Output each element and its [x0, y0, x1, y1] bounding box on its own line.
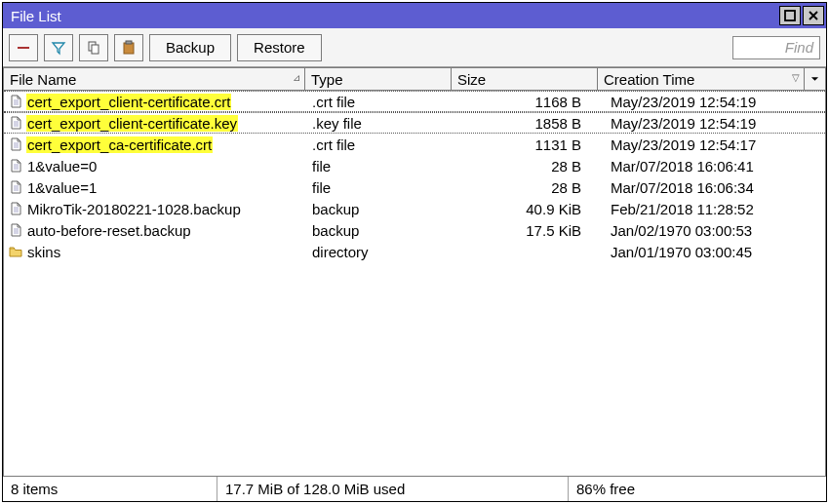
cell-type: file	[306, 179, 453, 196]
filename-text: MikroTik-20180221-1028.backup	[26, 201, 242, 217]
filename-text: cert_export_client-certificate.crt	[26, 94, 231, 110]
table-row[interactable]: auto-before-reset.backupbackup17.5 KiBJa…	[4, 219, 825, 241]
status-free: 86% free	[569, 477, 826, 501]
filename-text: cert_export_ca-certificate.crt	[26, 136, 213, 153]
svg-rect-3	[92, 45, 99, 54]
cell-creation-time: Mar/07/2018 16:06:41	[599, 158, 825, 174]
cell-type: .key file	[306, 115, 453, 132]
filename-text: 1&value=0	[26, 158, 98, 174]
table-row[interactable]: cert_export_ca-certificate.crt.crt file1…	[4, 134, 825, 155]
sort-desc-icon: ▽	[792, 72, 800, 83]
cell-type: .crt file	[306, 94, 453, 110]
cell-type: backup	[306, 222, 453, 239]
cell-creation-time: May/23/2019 12:54:17	[599, 136, 825, 153]
column-headers: File Name ⊿ Type Size Creation Time ▽	[3, 67, 826, 91]
cell-size: 17.5 KiB	[453, 222, 599, 239]
find-input[interactable]: Find	[732, 36, 820, 59]
cell-size: 1858 B	[453, 115, 599, 132]
filter-button[interactable]	[44, 34, 73, 61]
table-row[interactable]: MikroTik-20180221-1028.backupbackup40.9 …	[4, 198, 825, 219]
close-button[interactable]	[803, 6, 824, 25]
filename-text: 1&value=1	[26, 179, 98, 196]
svg-rect-4	[124, 43, 134, 54]
column-creation-time[interactable]: Creation Time ▽	[598, 67, 805, 91]
file-icon	[8, 179, 23, 195]
file-icon	[8, 222, 23, 238]
toolbar: Backup Restore Find	[3, 28, 826, 67]
sort-indicator-icon: ⊿	[293, 72, 300, 83]
cell-creation-time: Jan/02/1970 03:00:53	[599, 222, 825, 239]
titlebar: File List	[3, 3, 826, 28]
column-label: Type	[311, 71, 343, 88]
cell-creation-time: Mar/07/2018 16:06:34	[599, 179, 825, 196]
cell-type: file	[306, 158, 453, 174]
file-icon	[8, 94, 23, 109]
column-label: Creation Time	[604, 71, 694, 88]
cell-size: 28 B	[453, 179, 599, 196]
filelist-window: File List Backup Restore Find File Name …	[2, 2, 827, 502]
svg-rect-1	[18, 47, 29, 49]
column-type[interactable]: Type	[305, 67, 452, 91]
cell-type: directory	[306, 244, 453, 260]
column-size[interactable]: Size	[452, 67, 598, 91]
svg-rect-0	[785, 11, 795, 20]
cell-filename: 1&value=1	[4, 179, 306, 196]
maximize-button[interactable]	[779, 6, 801, 25]
cell-filename: cert_export_client-certificate.key	[4, 115, 306, 132]
filename-text: auto-before-reset.backup	[26, 222, 192, 239]
file-icon	[8, 115, 23, 131]
file-icon	[8, 201, 23, 216]
status-bar: 8 items 17.7 MiB of 128.0 MiB used 86% f…	[3, 476, 826, 501]
table-row[interactable]: skinsdirectoryJan/01/1970 03:00:45	[4, 241, 825, 262]
cell-filename: auto-before-reset.backup	[4, 222, 306, 239]
cell-creation-time: Feb/21/2018 11:28:52	[599, 201, 825, 217]
cell-filename: MikroTik-20180221-1028.backup	[4, 201, 306, 217]
table-row[interactable]: cert_export_client-certificate.key.key f…	[4, 112, 825, 134]
table-row[interactable]: 1&value=1file28 BMar/07/2018 16:06:34	[4, 176, 825, 198]
cell-size: 1131 B	[453, 136, 599, 153]
table-row[interactable]: cert_export_client-certificate.crt.crt f…	[4, 91, 825, 112]
column-menu-button[interactable]	[805, 67, 826, 91]
cell-size: 1168 B	[453, 94, 599, 110]
cell-size: 40.9 KiB	[453, 201, 599, 217]
folder-icon	[8, 244, 23, 259]
table-row[interactable]: 1&value=0file28 BMar/07/2018 16:06:41	[4, 155, 825, 176]
column-label: Size	[457, 71, 486, 88]
file-list[interactable]: cert_export_client-certificate.crt.crt f…	[3, 91, 826, 476]
cell-type: .crt file	[306, 136, 453, 153]
cell-filename: cert_export_ca-certificate.crt	[4, 136, 306, 153]
cell-filename: cert_export_client-certificate.crt	[4, 94, 306, 110]
filename-text: skins	[26, 244, 61, 260]
file-icon	[8, 158, 23, 174]
cell-type: backup	[306, 201, 453, 217]
paste-button[interactable]	[114, 34, 143, 61]
cell-filename: skins	[4, 244, 306, 260]
window-title: File List	[11, 8, 777, 24]
copy-button[interactable]	[79, 34, 108, 61]
column-filename[interactable]: File Name ⊿	[3, 67, 305, 91]
status-item-count: 8 items	[3, 477, 217, 501]
cell-creation-time: May/23/2019 12:54:19	[599, 115, 825, 132]
backup-button[interactable]: Backup	[149, 34, 231, 61]
restore-button[interactable]: Restore	[237, 34, 322, 61]
column-label: File Name	[10, 71, 76, 88]
status-disk-usage: 17.7 MiB of 128.0 MiB used	[217, 477, 569, 501]
cell-size: 28 B	[453, 158, 599, 174]
cell-creation-time: May/23/2019 12:54:19	[599, 94, 825, 110]
cell-creation-time: Jan/01/1970 03:00:45	[599, 244, 825, 260]
filename-text: cert_export_client-certificate.key	[26, 115, 238, 132]
remove-button[interactable]	[9, 34, 38, 61]
svg-rect-5	[126, 41, 132, 44]
file-icon	[8, 136, 23, 152]
cell-filename: 1&value=0	[4, 158, 306, 174]
